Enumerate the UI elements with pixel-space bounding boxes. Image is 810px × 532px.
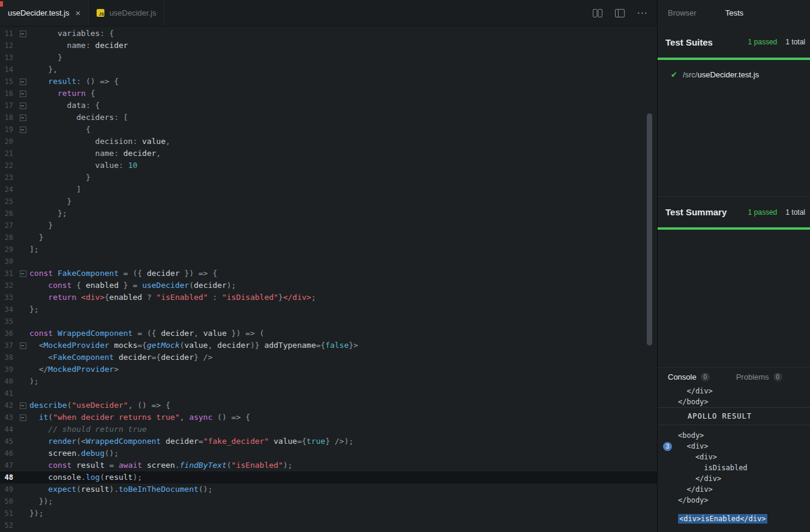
code-token [53, 329, 58, 338]
code-line-18[interactable]: 18 deciders: [ [0, 112, 657, 124]
code-line-44[interactable]: 44 // should return true [0, 423, 657, 435]
line-number: 17 [0, 100, 16, 112]
code-line-41[interactable]: 41 [0, 387, 657, 399]
code-line-23[interactable]: 23 } [0, 172, 657, 184]
code-token: } />); [325, 437, 353, 446]
line-number: 51 [0, 507, 16, 519]
code-line-33[interactable]: 33 return <div>{enabled ? "isEnabled" : … [0, 291, 657, 303]
fold-marker-icon[interactable] [16, 399, 29, 411]
code-line-46[interactable]: 46 screen.debug(); [0, 447, 657, 459]
code-line-14[interactable]: 14 }, [0, 64, 657, 76]
code-line-28[interactable]: 28 } [0, 232, 657, 244]
code-line-30[interactable]: 30 [0, 256, 657, 267]
code-token: )} [250, 341, 264, 350]
code-token: . [81, 473, 86, 482]
code-line-22[interactable]: 22 value: 10 [0, 160, 657, 172]
code-line-38[interactable]: 38 <FakeComponent decider={decider} /> [0, 351, 657, 363]
code-line-36[interactable]: 36const WrappedComponent = ({ decider, v… [0, 327, 657, 339]
code-text: decision: value, [29, 136, 657, 148]
tab-console[interactable]: Console 0 [668, 372, 710, 381]
code-line-20[interactable]: 20 decision: value, [0, 136, 657, 148]
fold-marker-icon[interactable] [16, 112, 29, 124]
fold-spacer [16, 208, 29, 220]
tab-browser[interactable]: Browser [668, 8, 697, 17]
code-line-13[interactable]: 13 } [0, 52, 657, 64]
code-line-16[interactable]: 16 return { [0, 88, 657, 100]
code-line-42[interactable]: 42describe("useDecider", () => { [0, 399, 657, 411]
code-line-21[interactable]: 21 name: decider, [0, 148, 657, 160]
fold-marker-icon[interactable] [16, 100, 29, 112]
code-line-25[interactable]: 25 } [0, 196, 657, 208]
code-line-27[interactable]: 27 } [0, 220, 657, 232]
code-line-31[interactable]: 31const FakeComponent = ({ decider }) =>… [0, 267, 657, 279]
code-token: { [86, 89, 95, 98]
code-line-24[interactable]: 24 ] [0, 184, 657, 196]
side-panel: Browser Tests Test Suites 1 passed 1 tot… [657, 0, 810, 532]
code-editor[interactable]: 11 variables: {12 name: decider13 }14 },… [0, 26, 657, 532]
code-token: , [179, 413, 189, 422]
console-line: <body> [658, 430, 810, 441]
line-number: 33 [0, 291, 16, 303]
code-line-35[interactable]: 35 [0, 315, 657, 327]
panel-spacer [658, 89, 810, 196]
code-token: : [86, 41, 95, 50]
split-editor-icon[interactable] [592, 8, 603, 19]
code-line-47[interactable]: 47 const result = await screen.findByTex… [0, 459, 657, 471]
more-actions-icon[interactable]: ⋯ [637, 8, 647, 19]
code-text: const FakeComponent = ({ decider }) => { [29, 267, 657, 279]
code-line-34[interactable]: 34}; [0, 303, 657, 315]
code-line-50[interactable]: 50 }); [0, 495, 657, 507]
code-text: }, [29, 64, 657, 76]
fold-marker-icon[interactable] [16, 76, 29, 88]
code-text: } [29, 220, 657, 232]
tab-usedecider-test-js[interactable]: useDecider.test.js × [0, 0, 89, 26]
code-token: : [133, 137, 142, 146]
code-line-49[interactable]: 49 expect(result).toBeInTheDocument(); [0, 483, 657, 495]
code-token: } [29, 197, 71, 206]
code-token: } /> [194, 353, 212, 362]
code-lines: 11 variables: {12 name: decider13 }14 },… [0, 28, 657, 531]
code-token: ( [76, 485, 81, 494]
fold-marker-icon[interactable] [16, 28, 29, 40]
code-line-11[interactable]: 11 variables: { [0, 28, 657, 40]
code-line-17[interactable]: 17 data: { [0, 100, 657, 112]
tab-tests[interactable]: Tests [725, 8, 743, 17]
code-line-32[interactable]: 32 const { enabled } = useDecider(decide… [0, 279, 657, 291]
code-line-12[interactable]: 12 name: decider [0, 40, 657, 52]
console-tabbar: Console 0 Problems 0 [658, 368, 810, 386]
code-text: </MockedProvider> [29, 363, 657, 375]
fold-spacer [16, 351, 29, 363]
code-line-39[interactable]: 39 </MockedProvider> [0, 363, 657, 375]
code-line-52[interactable]: 52 [0, 519, 657, 531]
tab-usedecider-js[interactable]: JS useDecider.js [89, 0, 164, 26]
code-line-51[interactable]: 51}); [0, 507, 657, 519]
selected-log-text: <div>isEnabled</div> [678, 514, 767, 524]
code-token: false [325, 341, 349, 350]
console-output: </div></body> APOLLO RESULT 3 <body> <di… [658, 386, 810, 532]
close-icon[interactable]: × [76, 8, 81, 18]
code-token: , [194, 329, 203, 338]
fold-marker-icon[interactable] [16, 411, 29, 423]
code-line-26[interactable]: 26 }; [0, 208, 657, 220]
fold-spacer [16, 232, 29, 244]
code-line-37[interactable]: 37 <MockedProvider mocks={getMock(value,… [0, 339, 657, 351]
preview-layout-icon[interactable] [614, 8, 625, 19]
test-summary-stats: 1 passed 1 total [748, 208, 805, 217]
problems-tab-label: Problems [736, 372, 769, 381]
fold-marker-icon[interactable] [16, 267, 29, 279]
code-line-15[interactable]: 15 result: () => { [0, 76, 657, 88]
code-line-43[interactable]: 43 it("when decider returns true", async… [0, 411, 657, 423]
test-file-result[interactable]: ✔ /src/useDecider.test.js [658, 60, 810, 89]
code-text: <MockedProvider mocks={getMock(value, de… [29, 339, 657, 351]
code-line-40[interactable]: 40); [0, 375, 657, 387]
tab-problems[interactable]: Problems 0 [736, 372, 782, 381]
fold-marker-icon[interactable] [16, 88, 29, 100]
code-line-29[interactable]: 29]; [0, 244, 657, 256]
fold-marker-icon[interactable] [16, 339, 29, 351]
code-line-45[interactable]: 45 render(<WrappedComponent decider="fak… [0, 435, 657, 447]
editor-scrollbar-thumb[interactable] [647, 113, 652, 345]
code-line-19[interactable]: 19 { [0, 124, 657, 136]
code-line-48[interactable]: 48 console.log(result); [0, 471, 657, 483]
file-path-prefix: /src/ [683, 70, 698, 79]
fold-marker-icon[interactable] [16, 124, 29, 136]
